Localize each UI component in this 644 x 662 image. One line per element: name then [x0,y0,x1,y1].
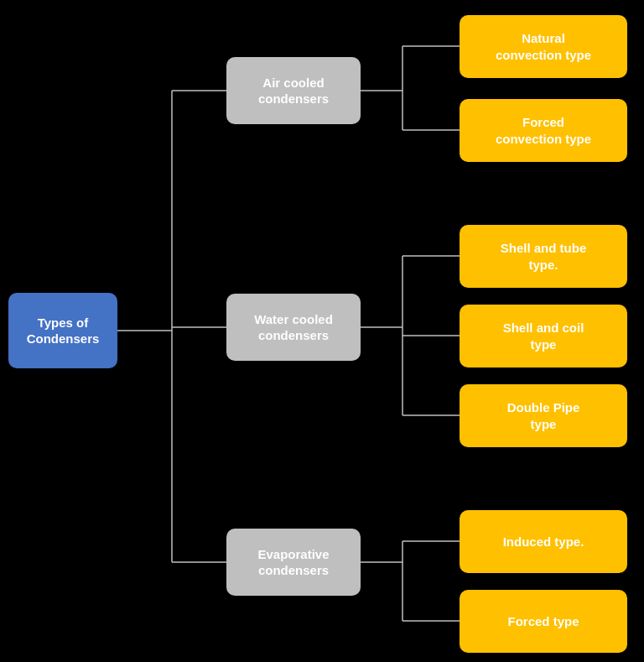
diagram-container: Types of Condensers Air cooledcondensers… [0,0,644,662]
mid-node-evap: Evaporativecondensers [226,529,361,596]
leaf-node-forced-type: Forced type [460,590,627,653]
mid-label-water: Water cooledcondensers [254,311,333,344]
leaf-node-double-pipe: Double Pipetype [460,384,627,447]
leaf-node-natural: Naturalconvection type [460,15,627,78]
leaf-label-induced: Induced type. [503,534,584,550]
leaf-label-forced-type: Forced type [507,613,579,630]
leaf-node-induced: Induced type. [460,510,627,573]
leaf-label-forced-conv: Forcedconvection type [496,114,591,147]
leaf-node-forced-conv: Forcedconvection type [460,99,627,162]
leaf-label-natural: Naturalconvection type [496,30,591,63]
leaf-label-shell-tube: Shell and tubetype. [501,240,587,273]
root-node: Types of Condensers [8,293,117,368]
mid-node-air: Air cooledcondensers [226,57,361,124]
leaf-label-shell-coil: Shell and coiltype [503,320,584,352]
leaf-label-double-pipe: Double Pipetype [507,399,580,432]
leaf-node-shell-tube: Shell and tubetype. [460,225,627,288]
mid-label-air: Air cooledcondensers [258,75,329,107]
leaf-node-shell-coil: Shell and coiltype [460,305,627,367]
mid-label-evap: Evaporativecondensers [257,546,329,579]
mid-node-water: Water cooledcondensers [226,294,361,361]
root-label: Types of Condensers [18,315,107,347]
